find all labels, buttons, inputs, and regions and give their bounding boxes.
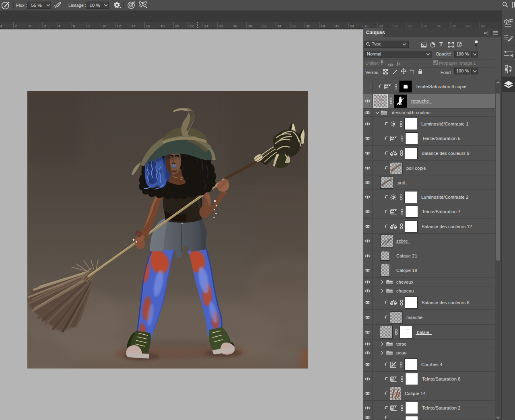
svg-text:20: 20	[175, 24, 179, 28]
svg-text:24: 24	[204, 24, 208, 28]
svg-text:0: 0	[29, 24, 31, 28]
svg-text:28: 28	[233, 24, 238, 28]
svg-text:2: 2	[44, 24, 46, 28]
svg-text:2: 2	[15, 24, 17, 28]
svg-text:34: 34	[277, 24, 281, 28]
svg-text:30: 30	[248, 24, 252, 28]
svg-text:12: 12	[117, 24, 121, 28]
svg-text:26: 26	[218, 24, 223, 28]
svg-text:10: 10	[102, 24, 107, 28]
svg-text:4: 4	[58, 24, 60, 28]
svg-text:18: 18	[161, 24, 165, 28]
svg-text:44: 44	[350, 24, 354, 28]
svg-text:16: 16	[146, 24, 150, 28]
svg-text:42: 42	[335, 24, 340, 28]
svg-text:40: 40	[321, 24, 325, 28]
svg-text:38: 38	[306, 24, 311, 28]
svg-text:36: 36	[291, 24, 296, 28]
svg-text:14: 14	[131, 24, 136, 28]
svg-text:22: 22	[190, 24, 194, 28]
svg-text:6: 6	[73, 24, 75, 28]
svg-text:32: 32	[262, 24, 267, 28]
svg-text:8: 8	[88, 24, 90, 28]
svg-text:4: 4	[0, 24, 2, 28]
